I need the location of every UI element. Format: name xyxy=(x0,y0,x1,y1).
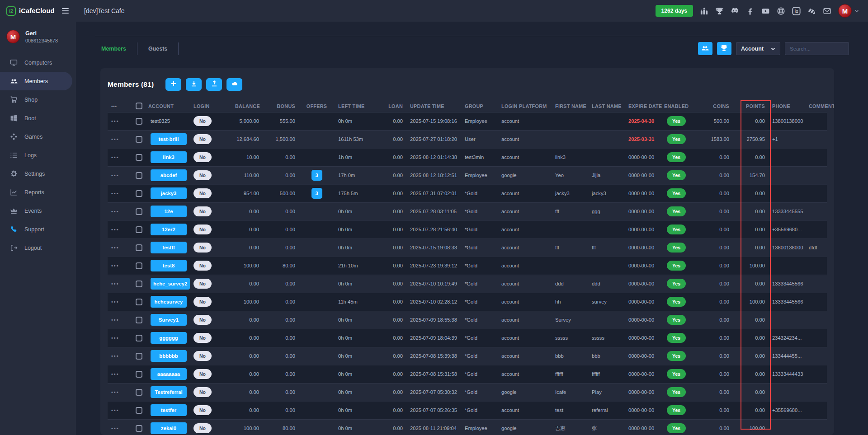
row-actions-button[interactable]: ••• xyxy=(111,227,119,232)
search-input[interactable] xyxy=(785,42,849,55)
table-row[interactable]: •••hehe_survey2No0.000.000h 0m0.002025-0… xyxy=(108,275,827,293)
account-button[interactable]: testff xyxy=(151,242,187,253)
row-actions-button[interactable]: ••• xyxy=(111,389,119,395)
row-checkbox[interactable] xyxy=(136,353,142,360)
sidebar-item-reports[interactable]: Reports xyxy=(0,183,72,201)
column-header-platform[interactable]: LOGIN PLATFORM xyxy=(498,100,552,112)
row-checkbox[interactable] xyxy=(136,299,142,305)
account-button[interactable]: hehe_survey2 xyxy=(151,278,190,290)
row-actions-button[interactable]: ••• xyxy=(111,118,119,124)
column-header-first_name[interactable]: FIRST NAME xyxy=(552,100,588,112)
row-actions-button[interactable]: ••• xyxy=(111,154,119,160)
sidebar-item-logs[interactable]: Logs xyxy=(0,146,72,164)
table-row[interactable]: •••test-brillNo12,684.601,500.001611h 53… xyxy=(108,130,827,148)
row-actions-button[interactable]: ••• xyxy=(111,371,119,377)
row-checkbox[interactable] xyxy=(136,407,142,414)
table-row[interactable]: •••abcdefNo110.000.00317h 0m0.002025-08-… xyxy=(108,166,827,184)
profile-menu[interactable]: M xyxy=(838,4,859,18)
tab-members[interactable]: Members xyxy=(95,42,137,55)
members-filter-button[interactable] xyxy=(698,42,712,55)
row-actions-button[interactable]: ••• xyxy=(111,281,119,286)
sidebar-item-games[interactable]: Games xyxy=(0,127,72,146)
sidebar-item-events[interactable]: Events xyxy=(0,201,72,220)
account-button[interactable]: bbbbbb xyxy=(151,350,187,362)
mail-icon[interactable] xyxy=(823,7,831,15)
account-button[interactable]: testfer xyxy=(151,404,187,416)
row-actions-button[interactable]: ••• xyxy=(111,353,119,359)
row-checkbox[interactable] xyxy=(136,262,142,269)
discord-icon[interactable] xyxy=(731,7,739,15)
subscription-days-badge[interactable]: 1262 days xyxy=(656,5,693,17)
column-header-group[interactable]: GROUP xyxy=(461,100,498,112)
column-header-expire[interactable]: EXPIRE DATE xyxy=(625,100,660,112)
column-header-bonus[interactable]: BONUS xyxy=(263,100,299,112)
sidebar-item-shop[interactable]: Shop xyxy=(0,90,72,109)
column-header-update_time[interactable]: UPDATE TIME xyxy=(406,100,461,112)
account-button[interactable]: abcdef xyxy=(151,169,187,181)
import-button[interactable] xyxy=(186,78,202,91)
account-button[interactable]: aaaaaaaa xyxy=(151,368,187,380)
select-all-checkbox[interactable] xyxy=(136,103,142,109)
sidebar-item-logout[interactable]: Logout xyxy=(0,239,72,257)
account-button[interactable]: link3 xyxy=(151,151,187,163)
row-actions-button[interactable]: ••• xyxy=(111,407,119,413)
brand-logo[interactable]: i2 iCafeCloud xyxy=(0,0,76,22)
row-actions-button[interactable]: ••• xyxy=(111,209,119,214)
account-button[interactable]: 12er2 xyxy=(151,224,187,235)
account-button[interactable]: jacky3 xyxy=(151,187,187,199)
table-row[interactable]: •••jacky3No954.00500.003175h 5m0.002025-… xyxy=(108,184,827,202)
account-button[interactable]: Survey1 xyxy=(151,314,187,326)
row-actions-button[interactable]: ••• xyxy=(111,299,119,304)
column-header-phone[interactable]: PHONE xyxy=(769,100,805,112)
column-header-points[interactable]: POINTS xyxy=(733,100,769,112)
row-checkbox[interactable] xyxy=(136,425,142,432)
row-actions-button[interactable]: ••• xyxy=(111,426,119,431)
account-button[interactable]: 12e xyxy=(151,206,187,217)
account-button[interactable]: test8 xyxy=(151,260,187,271)
row-checkbox[interactable] xyxy=(136,226,142,233)
column-header-comment[interactable]: COMMENT xyxy=(805,100,827,112)
facebook-icon[interactable] xyxy=(746,7,755,15)
row-checkbox[interactable] xyxy=(136,371,142,378)
column-header-enabled[interactable]: ENABLED xyxy=(660,100,699,112)
tab-guests[interactable]: Guests xyxy=(137,42,179,55)
column-header-last_name[interactable]: LAST NAME xyxy=(588,100,625,112)
account-button[interactable]: hehesurvey xyxy=(151,296,187,308)
row-checkbox[interactable] xyxy=(136,281,142,287)
icafecloud-icon[interactable]: i2 xyxy=(792,7,801,15)
account-button[interactable]: Testreferral xyxy=(151,386,187,398)
table-row[interactable]: •••test8No100.0080.0021h 10m0.002025-07-… xyxy=(108,257,827,275)
row-checkbox[interactable] xyxy=(136,335,142,341)
row-actions-button[interactable]: ••• xyxy=(111,245,119,250)
column-header-left_time[interactable]: LEFT TIME xyxy=(335,100,385,112)
row-checkbox[interactable] xyxy=(136,208,142,215)
hamburger-menu-icon[interactable] xyxy=(60,6,71,15)
trophy-filter-button[interactable] xyxy=(717,42,731,55)
column-header-actions[interactable]: ••• xyxy=(108,100,132,112)
cloud-button[interactable] xyxy=(226,78,242,91)
row-checkbox[interactable] xyxy=(136,136,142,143)
column-header-balance[interactable]: BALANCE xyxy=(231,100,263,112)
column-header-login[interactable]: LOGIN xyxy=(190,100,231,112)
table-row[interactable]: •••12eNo0.000.000h 0m0.002025-07-28 03:1… xyxy=(108,202,827,220)
table-row[interactable]: •••ggggggNo0.000.000h 0m0.002025-07-09 1… xyxy=(108,329,827,347)
row-checkbox[interactable] xyxy=(136,154,142,161)
row-checkbox[interactable] xyxy=(136,190,142,197)
row-checkbox[interactable] xyxy=(136,172,142,179)
trophy-icon[interactable] xyxy=(715,7,724,15)
ranking-icon[interactable] xyxy=(700,7,708,15)
layers-icon[interactable] xyxy=(807,7,816,15)
table-row[interactable]: •••hehesurveyNo100.000.0011h 45m0.002025… xyxy=(108,293,827,311)
sidebar-item-computers[interactable]: Computers xyxy=(0,53,72,72)
account-button[interactable]: gggggg xyxy=(151,332,187,344)
row-actions-button[interactable]: ••• xyxy=(111,263,119,268)
table-row[interactable]: •••Survey1No0.000.000h 0m0.002025-07-09 … xyxy=(108,311,827,329)
column-header-coins[interactable]: COINS xyxy=(699,100,733,112)
add-button[interactable] xyxy=(165,78,181,91)
sidebar-item-support[interactable]: Support xyxy=(0,220,72,239)
row-actions-button[interactable]: ••• xyxy=(111,191,119,196)
row-actions-button[interactable]: ••• xyxy=(111,173,119,178)
export-button[interactable] xyxy=(206,78,222,91)
row-checkbox[interactable] xyxy=(136,389,142,396)
table-row[interactable]: •••testferNo0.000.000h 0m0.002025-07-07 … xyxy=(108,401,827,419)
